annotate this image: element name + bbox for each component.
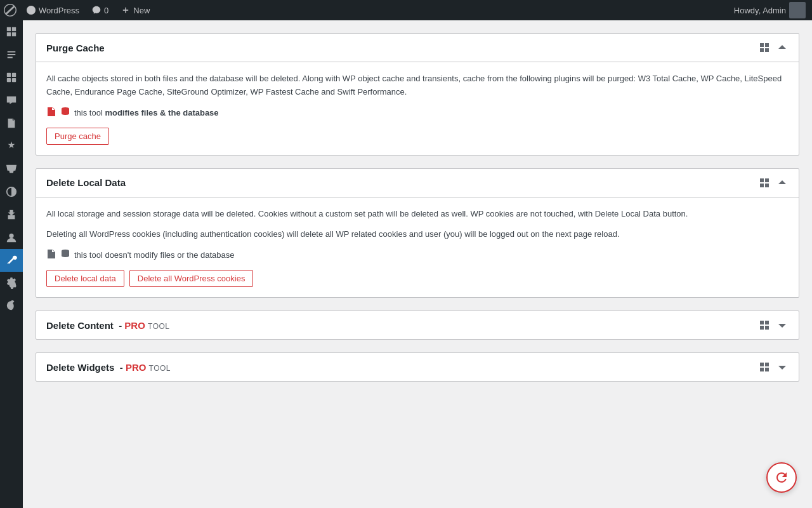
sidebar-icon-appearance[interactable] xyxy=(0,180,23,203)
sidebar-icon-users[interactable] xyxy=(0,226,23,249)
svg-rect-23 xyxy=(765,326,769,330)
purge-cache-controls xyxy=(758,41,789,54)
purge-cache-body: All cache objects stored in both files a… xyxy=(36,62,799,155)
svg-rect-27 xyxy=(765,368,769,371)
svg-rect-2 xyxy=(7,32,11,36)
delete-widgets-card: Delete Widgets - PRO TOOL xyxy=(36,352,799,382)
delete-local-data-body: All local storage and session storage da… xyxy=(36,197,799,298)
purge-cache-meta-text: this tool modifies files & the database xyxy=(74,108,219,117)
admin-bar-comments-count: 0 xyxy=(104,6,108,15)
admin-bar-howdy: Howdy, Admin xyxy=(734,6,786,15)
svg-rect-15 xyxy=(760,178,764,182)
purge-cache-actions: Purge cache xyxy=(46,128,789,145)
delete-content-collapse-icon[interactable] xyxy=(776,319,789,331)
delete-local-data-desc1: All local storage and session storage da… xyxy=(46,208,789,221)
wp-logo[interactable] xyxy=(0,0,20,20)
delete-widgets-controls xyxy=(758,361,789,373)
svg-rect-5 xyxy=(12,73,16,77)
svg-rect-11 xyxy=(765,43,769,47)
admin-bar-new-label: New xyxy=(133,6,150,15)
svg-rect-1 xyxy=(12,27,16,31)
sidebar-icon-comments[interactable] xyxy=(0,89,23,112)
svg-rect-16 xyxy=(765,178,769,182)
svg-rect-7 xyxy=(12,78,16,82)
admin-bar-new[interactable]: New xyxy=(115,0,156,20)
svg-rect-0 xyxy=(7,27,11,31)
delete-content-card: Delete Content - PRO TOOL xyxy=(36,311,799,340)
purge-cache-file-icon xyxy=(46,107,56,119)
purge-cache-grid-icon[interactable] xyxy=(758,41,771,54)
svg-rect-13 xyxy=(765,48,769,52)
delete-widgets-title: Delete Widgets - PRO TOOL xyxy=(46,362,171,373)
sidebar-icon-updates[interactable] xyxy=(0,295,23,318)
purge-cache-collapse-icon[interactable] xyxy=(776,41,789,54)
purge-cache-description: All cache objects stored in both files a… xyxy=(46,72,789,99)
admin-avatar[interactable] xyxy=(789,2,806,18)
sidebar-icon-woocommerce[interactable] xyxy=(0,157,23,180)
svg-rect-24 xyxy=(760,363,764,366)
delete-local-data-grid-icon[interactable] xyxy=(758,177,771,189)
purge-cache-card: Purge Cache All cache objects stored in … xyxy=(36,33,799,156)
delete-content-controls xyxy=(758,319,789,331)
delete-local-data-header: Delete Local Data xyxy=(36,169,799,197)
content-area: Purge Cache All cache objects stored in … xyxy=(23,20,812,508)
delete-widgets-collapse-icon[interactable] xyxy=(776,361,789,373)
refresh-fab[interactable] xyxy=(766,462,797,493)
sidebar-icon-dashboard[interactable] xyxy=(0,20,23,43)
sidebar xyxy=(0,20,23,508)
purge-cache-db-icon xyxy=(60,107,70,119)
sidebar-icon-posts[interactable] xyxy=(0,43,23,66)
delete-content-header: Delete Content - PRO TOOL xyxy=(36,311,799,339)
svg-rect-25 xyxy=(765,363,769,366)
delete-local-data-controls xyxy=(758,177,789,189)
delete-local-data-collapse-icon[interactable] xyxy=(776,177,789,189)
purge-cache-title: Purge Cache xyxy=(46,43,105,53)
delete-widgets-grid-icon[interactable] xyxy=(758,361,771,373)
delete-content-title: Delete Content - PRO TOOL xyxy=(46,320,170,331)
svg-rect-18 xyxy=(765,184,769,187)
purge-cache-meta: this tool modifies files & the database xyxy=(46,107,789,119)
svg-rect-6 xyxy=(7,78,11,82)
delete-local-data-actions: Delete local data Delete all WordPress c… xyxy=(46,270,789,287)
svg-rect-26 xyxy=(760,368,764,371)
sidebar-icon-tools[interactable] xyxy=(0,249,23,272)
svg-rect-20 xyxy=(760,321,764,324)
delete-local-data-title: Delete Local Data xyxy=(46,177,126,188)
main-layout: Purge Cache All cache objects stored in … xyxy=(0,20,812,508)
delete-local-data-desc2: Deleting all WordPress cookies (includin… xyxy=(46,228,789,241)
admin-bar-comments[interactable]: 0 xyxy=(86,0,115,20)
delete-local-file-icon xyxy=(46,249,56,261)
admin-bar-left: WordPress 0 New xyxy=(0,0,156,20)
svg-point-9 xyxy=(9,234,13,238)
svg-rect-3 xyxy=(12,32,16,36)
svg-rect-21 xyxy=(765,321,769,324)
delete-local-data-button[interactable]: Delete local data xyxy=(46,270,124,287)
delete-local-data-meta: this tool doesn't modify files or the da… xyxy=(46,249,789,261)
sidebar-icon-feedback[interactable] xyxy=(0,135,23,157)
svg-rect-22 xyxy=(760,326,764,330)
sidebar-icon-pages[interactable] xyxy=(0,112,23,135)
svg-rect-4 xyxy=(7,73,11,77)
svg-rect-12 xyxy=(760,48,764,52)
delete-content-grid-icon[interactable] xyxy=(758,319,771,331)
admin-bar-right: Howdy, Admin xyxy=(734,2,812,18)
admin-bar-site-name: WordPress xyxy=(39,6,79,15)
delete-widgets-header: Delete Widgets - PRO TOOL xyxy=(36,353,799,381)
delete-local-data-card: Delete Local Data All local storage and … xyxy=(36,168,799,298)
sidebar-icon-settings[interactable] xyxy=(0,272,23,295)
purge-cache-button[interactable]: Purge cache xyxy=(46,128,109,145)
purge-cache-header: Purge Cache xyxy=(36,34,799,62)
delete-local-meta-text: this tool doesn't modify files or the da… xyxy=(74,250,235,260)
delete-local-db-icon xyxy=(60,249,70,261)
sidebar-icon-media[interactable] xyxy=(0,66,23,89)
sidebar-icon-plugins[interactable] xyxy=(0,203,23,226)
admin-bar-site[interactable]: WordPress xyxy=(20,0,86,20)
svg-rect-10 xyxy=(760,43,764,47)
svg-rect-17 xyxy=(760,184,764,187)
delete-all-cookies-button[interactable]: Delete all WordPress cookies xyxy=(129,270,254,287)
admin-bar: WordPress 0 New Howdy, Admin xyxy=(0,0,812,20)
